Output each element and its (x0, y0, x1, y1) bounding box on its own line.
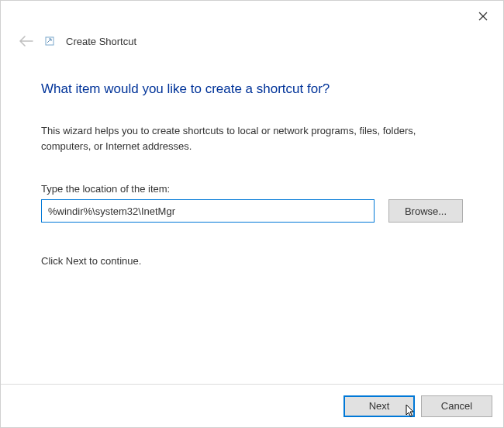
location-label: Type the location of the item: (41, 183, 463, 195)
page-heading: What item would you like to create a sho… (41, 81, 463, 97)
continue-text: Click Next to continue. (41, 255, 463, 267)
shortcut-icon (44, 36, 55, 47)
back-arrow-icon[interactable] (19, 36, 33, 47)
wizard-window: Create Shortcut What item would you like… (0, 0, 504, 428)
footer: Next Cancel (1, 384, 503, 427)
close-icon (478, 12, 488, 21)
close-button[interactable] (474, 7, 492, 26)
location-input[interactable] (41, 199, 375, 223)
titlebar (1, 1, 503, 30)
browse-button[interactable]: Browse... (388, 199, 463, 223)
input-row: Browse... (41, 199, 463, 223)
wizard-description: This wizard helps you to create shortcut… (41, 123, 463, 154)
cancel-button[interactable]: Cancel (421, 395, 492, 417)
next-button[interactable]: Next (343, 395, 415, 417)
header-title: Create Shortcut (66, 36, 136, 47)
header-row: Create Shortcut (1, 30, 503, 52)
content-area: What item would you like to create a sho… (1, 52, 503, 267)
